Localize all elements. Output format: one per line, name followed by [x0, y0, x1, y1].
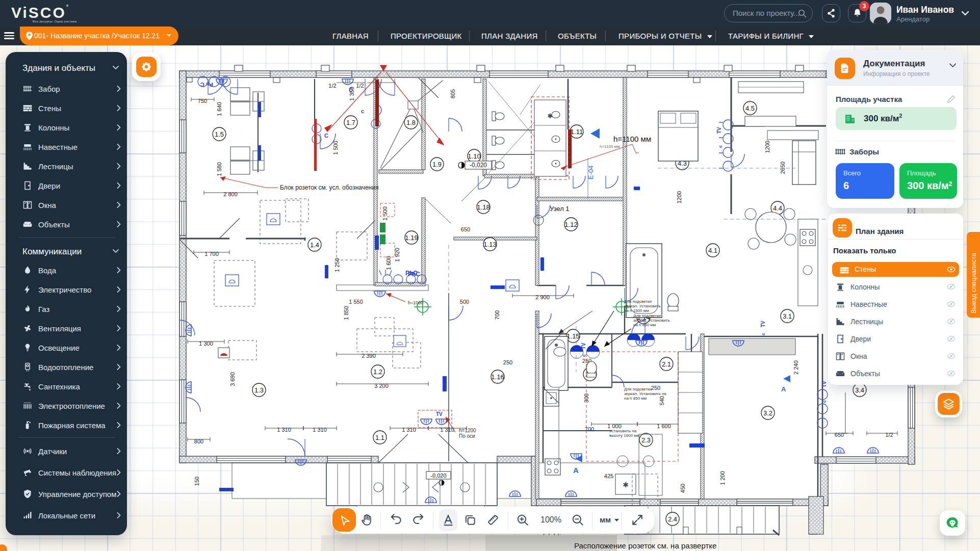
svg-text:2 800: 2 800: [223, 191, 238, 197]
svg-text:1.1: 1.1: [375, 434, 384, 441]
svg-text:1.9: 1.9: [432, 161, 442, 168]
svg-text:1 920: 1 920: [394, 248, 400, 262]
svg-text:1.5: 1.5: [215, 130, 224, 138]
svg-text:650: 650: [461, 226, 470, 232]
svg-text:зеркал. Установить на: зеркал. Установить на: [624, 391, 666, 396]
svg-text:-0,020: -0,020: [430, 473, 446, 479]
svg-text:1.8: 1.8: [406, 119, 416, 126]
svg-text:2650: 2650: [780, 162, 786, 174]
svg-text:зеркал. Установить: зеркал. Установить: [624, 304, 661, 308]
svg-text:TV: TV: [436, 411, 443, 417]
svg-text:1.11: 1.11: [571, 128, 583, 136]
svg-text:Установить на: Установить на: [609, 429, 637, 433]
svg-text:1 310: 1 310: [277, 427, 291, 433]
svg-text:1.12: 1.12: [564, 221, 577, 228]
svg-text:1 850: 1 850: [343, 306, 349, 320]
svg-text:4.4: 4.4: [773, 204, 782, 212]
svg-text:1.7: 1.7: [346, 119, 355, 126]
svg-text:h=1100 мм: h=1100 мм: [600, 144, 620, 149]
svg-text:h=1100 мм: h=1100 мм: [613, 135, 651, 143]
svg-text:на h 850 мм: на h 850 мм: [633, 323, 656, 327]
svg-text:700: 700: [494, 310, 500, 320]
svg-text:2.3: 2.3: [641, 436, 651, 444]
svg-text:на h 1500 мм: на h 1500 мм: [624, 308, 649, 313]
svg-text:2 390: 2 390: [362, 353, 376, 359]
svg-text:450: 450: [680, 484, 686, 493]
svg-text:650: 650: [835, 432, 844, 438]
svg-text:1.4: 1.4: [310, 241, 319, 249]
svg-text:1/2: 1/2: [885, 432, 893, 438]
svg-text:1.2: 1.2: [373, 368, 382, 376]
svg-text:✱: ✱: [623, 481, 629, 489]
svg-text:500: 500: [460, 299, 469, 305]
svg-text:1 310: 1 310: [402, 427, 416, 433]
svg-text:3.4: 3.4: [855, 386, 864, 394]
svg-text:2.1: 2.1: [662, 360, 671, 368]
svg-text:Для подсветки: Для подсветки: [633, 313, 661, 318]
svg-text:TV: TV: [581, 343, 586, 349]
svg-text:Узел 1: Узел 1: [550, 205, 570, 213]
svg-text:1/2: 1/2: [328, 83, 336, 89]
svg-text:зеркал. Установить: зеркал. Установить: [633, 318, 670, 323]
svg-text:C: C: [349, 87, 353, 93]
svg-text:1 500: 1 500: [332, 141, 339, 155]
svg-text:1 640: 1 640: [216, 102, 222, 116]
svg-text:1/2: 1/2: [356, 83, 364, 89]
svg-text:150: 150: [194, 477, 200, 486]
svg-text:TV: TV: [760, 321, 766, 327]
svg-text:А: А: [573, 466, 579, 475]
svg-text:Для подсветки: Для подсветки: [624, 299, 652, 304]
svg-text:c: c: [581, 354, 586, 357]
svg-text:1200: 1200: [676, 191, 682, 203]
svg-text:PhC: PhC: [408, 271, 420, 278]
svg-text:540: 540: [659, 396, 665, 405]
svg-text:1 700: 1 700: [204, 251, 219, 257]
svg-text:2.4: 2.4: [668, 515, 677, 523]
svg-text:1 550: 1 550: [349, 299, 363, 305]
svg-text:4.1: 4.1: [708, 247, 717, 254]
svg-text:1200: 1200: [764, 141, 770, 153]
svg-text:1 500: 1 500: [382, 206, 388, 221]
svg-text:h=1000: h=1000: [408, 300, 423, 305]
svg-text:1.16: 1.16: [491, 373, 504, 381]
svg-text:Для подсветки: Для подсветки: [624, 387, 652, 391]
svg-text:TV: TV: [716, 127, 722, 134]
svg-text:1.10: 1.10: [468, 152, 480, 160]
svg-text:2 900: 2 900: [535, 294, 550, 300]
svg-text:1 580: 1 580: [216, 162, 222, 176]
svg-text:4.5: 4.5: [745, 104, 755, 112]
svg-text:h=1200: h=1200: [459, 428, 476, 433]
svg-text:A: A: [781, 385, 786, 393]
svg-text:425: 425: [604, 473, 613, 479]
svg-text:805: 805: [450, 89, 456, 98]
svg-text:1 200: 1 200: [719, 471, 726, 485]
svg-text:1.18: 1.18: [477, 203, 489, 211]
svg-text:1.15: 1.15: [566, 332, 579, 340]
svg-text:-0,020: -0,020: [470, 162, 487, 169]
svg-text:750: 750: [198, 98, 207, 104]
svg-text:2 240: 2 240: [793, 360, 799, 375]
svg-text:1.19: 1.19: [405, 234, 418, 242]
svg-text:c: c: [822, 400, 827, 403]
svg-text:1 600: 1 600: [385, 256, 392, 270]
svg-text:1 310: 1 310: [313, 427, 327, 433]
svg-text:250: 250: [651, 385, 660, 391]
svg-text:C: C: [324, 133, 328, 139]
svg-text:250: 250: [503, 359, 512, 365]
svg-text:Блок розеток см. усл. обозначе: Блок розеток см. усл. обозначения: [280, 184, 378, 191]
svg-text:высоту 1600 мм: высоту 1600 мм: [609, 433, 639, 438]
svg-text:TV: TV: [821, 381, 827, 387]
svg-text:По оси: По оси: [459, 433, 475, 439]
svg-text:c: c: [361, 108, 364, 114]
svg-text:Рь С: Рь С: [200, 82, 213, 88]
svg-text:3 690: 3 690: [229, 372, 236, 386]
svg-text:3.2: 3.2: [763, 409, 772, 417]
svg-text:1.13: 1.13: [483, 241, 496, 248]
svg-text:1.3: 1.3: [254, 386, 264, 394]
svg-text:на h 850 мм: на h 850 мм: [624, 396, 647, 401]
svg-text:3.1: 3.1: [783, 312, 792, 320]
svg-text:c: c: [718, 145, 723, 148]
svg-text:c: c: [761, 333, 766, 335]
